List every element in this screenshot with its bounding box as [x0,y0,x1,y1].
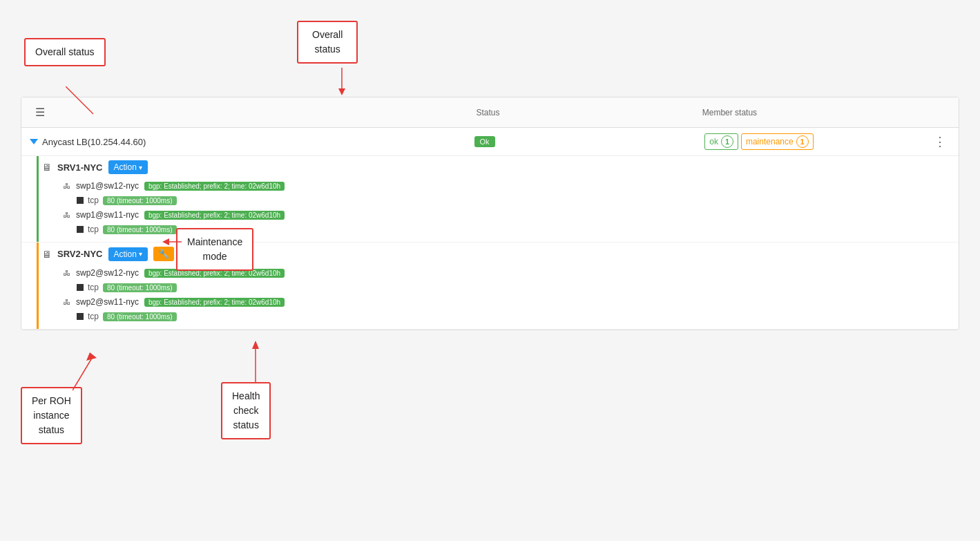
srv2-maintenance-button[interactable]: 🔧 [153,247,174,261]
hc-swp1-sw12-protocol: tcp [88,196,99,205]
roh-swp1-sw11-icon: 🖧 [63,211,70,219]
hc-swp1-sw12-port-badge: 80 (timeout: 1000ms) [103,196,177,205]
annotation-health-check: Healthcheckstatus [221,382,271,439]
lb-name-cell: Anycast LB(10.254.44.60) [30,137,469,147]
roh-row-swp1-sw12: 🖧 swp1@sw12-nyc bgp: Established; prefix… [21,178,959,193]
roh-swp2-sw11-bgp-badge: bgp: Established; prefix: 2; time: 02w6d… [144,298,285,307]
lb-name: Anycast LB(10.254.44.60) [42,137,146,147]
annotation-overall-status-2: Overallstatus [297,21,358,64]
srv2-action-button[interactable]: Action ▾ [108,247,148,261]
ok-member-badge: ok 1 [704,133,738,150]
table-header: ☰ Status Member status [21,97,959,128]
roh-swp1-sw11-name: swp1@sw11-nyc [76,210,139,220]
hc-row-swp1-sw12: tcp 80 (timeout: 1000ms) [21,193,959,207]
expand-icon[interactable] [30,139,38,144]
hc-row-swp2-sw11: tcp 80 (timeout: 1000ms) [21,310,959,323]
srv1-row: 🖥 SRV1-NYC Action ▾ [21,156,959,178]
srv1-name: SRV1-NYC [57,162,103,173]
hc-swp1-sw11-square-icon [77,226,84,233]
main-table: ☰ Status Member status Anycast LB(10.254… [21,97,959,330]
lb-status-cell: Ok [469,136,700,147]
srv2-status-bar [37,243,39,329]
annotation-arrow-2 [335,68,349,95]
hc-swp2-sw11-square-icon [77,313,84,320]
roh-swp2-sw11-icon: 🖧 [63,298,70,306]
srv2-server-icon: 🖥 [42,249,52,260]
hc-row-swp2-sw12: tcp 80 (timeout: 1000ms) [21,281,959,294]
header-member-status: Member status [697,105,923,120]
maint-member-badge: maintenance 1 [741,133,814,150]
srv1-server-icon: 🖥 [42,162,52,173]
svg-marker-6 [86,352,97,361]
svg-marker-8 [252,341,259,349]
member-status-header-label: Member status [702,108,757,117]
roh-swp2-sw12-name: swp2@sw12-nyc [76,268,139,278]
hc-swp1-sw11-port-badge: 80 (timeout: 1000ms) [103,225,177,234]
maint-member-label: maintenance [746,137,794,146]
hc-swp2-sw12-square-icon [77,284,84,291]
svg-marker-2 [338,88,345,95]
lb-member-cell: ok 1 maintenance 1 [699,133,930,150]
page-wrapper: Overall status Overallstatus Maintenance… [0,0,980,541]
lb-status-badge: Ok [474,136,495,147]
roh-swp1-sw12-bgp-badge: bgp: Established; prefix: 2; time: 02w6d… [144,182,285,191]
roh-row-swp2-sw12: 🖧 swp2@sw12-nyc bgp: Established; prefix… [21,265,959,281]
list-icon: ☰ [35,106,45,119]
annotation-arrow-roh [73,352,114,394]
server-block-srv2: 🖥 SRV2-NYC Action ▾ 🔧 🖧 swp2@sw12-nyc bg… [21,243,959,330]
srv2-action-arrow: ▾ [139,250,142,258]
annotation-arrow-hc [249,341,290,386]
roh-swp1-sw12-name: swp1@sw12-nyc [76,181,139,191]
header-status: Status [471,105,697,120]
ok-member-label: ok [709,137,718,146]
roh-swp2-sw12-icon: 🖧 [63,269,70,277]
status-header-label: Status [477,108,500,117]
hc-swp2-sw11-protocol: tcp [88,312,99,321]
srv1-action-button[interactable]: Action ▾ [108,160,148,174]
srv2-name: SRV2-NYC [57,249,103,259]
server-block-srv1: 🖥 SRV1-NYC Action ▾ 🖧 swp1@sw12-nyc bgp:… [21,156,959,243]
roh-swp1-sw11-bgp-badge: bgp: Established; prefix: 2; time: 02w6d… [144,211,285,220]
hc-swp2-sw11-port-badge: 80 (timeout: 1000ms) [103,312,177,321]
srv2-row: 🖥 SRV2-NYC Action ▾ 🔧 [21,243,959,265]
srv1-action-label: Action [114,162,137,172]
roh-row-swp1-sw11: 🖧 swp1@sw11-nyc bgp: Established; prefix… [21,207,959,222]
hc-swp2-sw12-protocol: tcp [88,283,99,292]
roh-swp1-sw12-icon: 🖧 [63,182,70,190]
lb-row: Anycast LB(10.254.44.60) Ok ok 1 mainten… [21,128,959,156]
maint-member-count: 1 [796,135,809,148]
srv2-action-label: Action [114,249,137,259]
annotation-per-roh: Per ROHinstancestatus [21,387,82,444]
hc-swp2-sw12-port-badge: 80 (timeout: 1000ms) [103,283,177,292]
hc-row-swp1-sw11: tcp 80 (timeout: 1000ms) [21,222,959,236]
lb-actions-cell[interactable]: ⋮ [930,134,950,149]
annotation-overall-status-1: Overall status [24,38,106,66]
lb-more-options-icon[interactable]: ⋮ [931,134,949,149]
ok-member-count: 1 [721,135,733,148]
svg-line-5 [73,356,93,390]
srv1-status-bar [37,156,39,242]
header-name: ☰ [30,103,471,122]
roh-row-swp2-sw11: 🖧 swp2@sw11-nyc bgp: Established; prefix… [21,294,959,310]
srv1-action-arrow: ▾ [139,164,142,171]
roh-swp2-sw11-name: swp2@sw11-nyc [76,297,139,307]
hc-swp1-sw12-square-icon [77,197,84,204]
hc-swp1-sw11-protocol: tcp [88,225,99,234]
roh-swp2-sw12-bgp-badge: bgp: Established; prefix: 2; time: 02w6d… [144,269,285,278]
